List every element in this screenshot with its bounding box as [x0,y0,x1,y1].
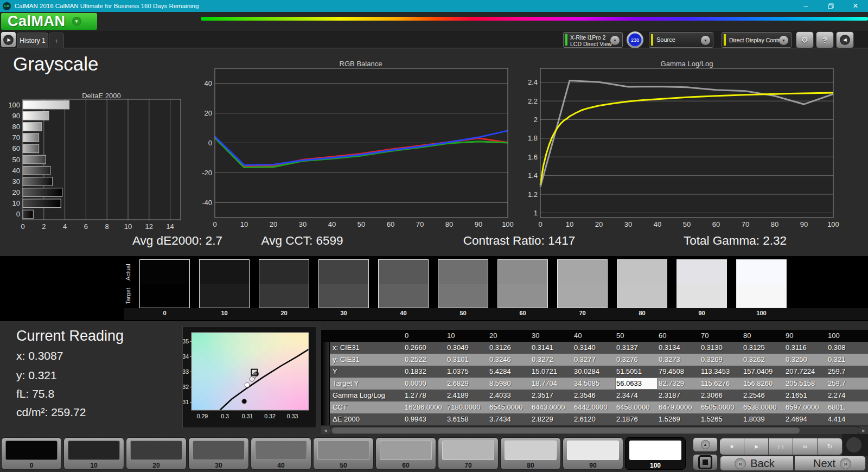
table-cell[interactable]: 113.3453 [700,366,742,378]
table-cell[interactable]: 6538.0000 [742,401,784,413]
back-button[interactable]: « Back [720,456,794,471]
patch-button-60[interactable]: 60 [375,437,436,470]
patch-window-up-button[interactable]: ▲ [693,437,718,452]
layout-nav-button[interactable]: ▶ [1,32,16,47]
table-cell[interactable]: 157.0409 [742,366,784,378]
table-cell[interactable]: 8.5980 [488,378,531,390]
table-cell[interactable]: 0.3134 [658,342,700,354]
table-cell[interactable]: 2.3474 [615,390,658,401]
table-cell[interactable]: 2.3517 [531,390,573,401]
reading-badge[interactable]: 238 [627,31,643,48]
table-cell[interactable]: 207.7224 [784,366,827,378]
table-cell[interactable]: 4.414 [827,413,868,425]
table-cell[interactable]: 2.3187 [658,390,700,401]
patch-button-20[interactable]: 20 [126,437,187,470]
table-cell[interactable]: 0.321 [827,354,868,366]
table-cell[interactable]: 0.3137 [615,342,658,354]
table-cell[interactable]: 34.5085 [573,378,615,390]
display-control-dropdown[interactable]: Direct Display Control ▼ [722,32,792,48]
table-cell[interactable]: 1.8039 [742,413,784,425]
restore-button[interactable] [818,0,843,12]
logo-dropdown-chevron-icon[interactable]: ▼ [72,17,81,26]
table-cell[interactable]: 0.3101 [446,354,488,366]
table-cell[interactable]: 0.3276 [615,354,658,366]
source-dropdown[interactable]: Source ▼ [649,32,713,48]
add-tab-button[interactable]: + [49,33,64,48]
table-cell[interactable]: 6505.0000 [700,401,742,413]
meter-dropdown[interactable]: X-Rite i1Pro 2 LCD Direct View ▼ [563,32,623,48]
table-cell[interactable]: 0.3273 [658,354,700,366]
table-cell[interactable]: 51.5051 [615,366,658,378]
repeat-button[interactable]: ↻ [818,438,843,455]
table-cell[interactable]: 2.8229 [531,413,573,425]
chevron-down-icon[interactable]: ▼ [610,36,620,45]
table-cell[interactable]: 6545.0000 [488,401,531,413]
table-cell[interactable]: 0.0000 [404,378,446,390]
table-cell[interactable]: 2.4033 [488,390,531,401]
table-cell[interactable]: 6443.0000 [531,401,573,413]
table-cell[interactable]: 205.5158 [784,378,827,390]
patch-button-40[interactable]: 40 [251,437,311,470]
table-cell[interactable]: 1.2778 [404,390,446,401]
continuous-button[interactable]: ∞ [793,438,818,455]
close-button[interactable]: × [843,0,868,12]
table-cell[interactable]: 0.3277 [573,354,615,366]
table-cell[interactable]: 0.3269 [700,354,742,366]
table-cell[interactable]: 0.3246 [488,354,531,366]
scrollbar-track[interactable] [330,427,859,434]
table-cell[interactable]: 56.0633 [615,378,658,390]
table-cell[interactable]: 2.6829 [446,378,488,390]
table-cell[interactable]: 0.3141 [531,342,573,354]
table-cell[interactable]: 7180.0000 [446,401,488,413]
table-cell[interactable]: 0.3049 [446,342,488,354]
settings-button[interactable]: ⚙ [796,31,814,48]
table-cell[interactable]: 5.4284 [488,366,531,378]
next-button[interactable]: Next » [794,456,866,471]
table-cell[interactable]: 1.5269 [658,413,700,425]
table-cell[interactable]: 82.7329 [658,378,700,390]
table-cell[interactable]: 18.7704 [531,378,573,390]
patch-button-70[interactable]: 70 [438,437,499,470]
scroll-right-icon[interactable]: ▶ [859,426,868,435]
table-cell[interactable]: 0.3125 [742,342,784,354]
table-cell[interactable]: 0.9943 [404,413,446,425]
table-cell[interactable]: 2.274 [827,390,868,401]
table-cell[interactable]: 0.3262 [742,354,784,366]
scrollbar-thumb[interactable] [332,428,800,433]
table-cell[interactable]: 3.7434 [488,413,531,425]
patch-button-30[interactable]: 30 [188,437,249,470]
table-cell[interactable]: 1.5265 [700,413,742,425]
table-cell[interactable]: 3.6158 [446,413,488,425]
patch-button-80[interactable]: 80 [500,437,561,470]
table-cell[interactable]: 2.3066 [700,390,742,401]
patch-button-10[interactable]: 10 [63,437,124,470]
calman-logo-button[interactable]: CalMAN ▼ [1,13,97,30]
table-cell[interactable]: 6597.0000 [784,401,827,413]
table-cell[interactable]: 16286.0000 [404,401,446,413]
patch-button-50[interactable]: 50 [313,437,374,470]
table-cell[interactable]: 2.4694 [784,413,827,425]
table-cell[interactable]: 2.4189 [446,390,488,401]
table-horizontal-scrollbar[interactable]: ◀ ▶ [321,426,868,435]
minimize-button[interactable]: – [793,0,818,12]
patch-button-90[interactable]: 90 [563,437,623,470]
patch-button-0[interactable]: 0 [1,437,62,470]
table-cell[interactable]: 0.308 [827,342,868,354]
table-cell[interactable]: 0.1832 [404,366,446,378]
collapse-panel-button[interactable]: ◀ [836,31,854,48]
table-cell[interactable]: 6442.0000 [573,401,615,413]
table-cell[interactable]: 0.3272 [531,354,573,366]
table-cell[interactable]: 1.0375 [446,366,488,378]
table-cell[interactable]: 0.3126 [488,342,531,354]
table-cell[interactable]: 15.0721 [531,366,573,378]
table-cell[interactable]: 79.4508 [658,366,700,378]
help-button[interactable]: ? [816,31,834,48]
table-cell[interactable]: 30.0284 [573,366,615,378]
table-cell[interactable]: 0.2522 [404,354,446,366]
table-cell[interactable]: 6458.0000 [615,401,658,413]
stop-button[interactable]: ■ [720,438,744,455]
step-button[interactable]: [··] [769,438,793,455]
table-cell[interactable]: 6479.0000 [658,401,700,413]
table-cell[interactable]: 0.3130 [700,342,742,354]
chevron-down-icon[interactable]: ▼ [701,36,710,45]
